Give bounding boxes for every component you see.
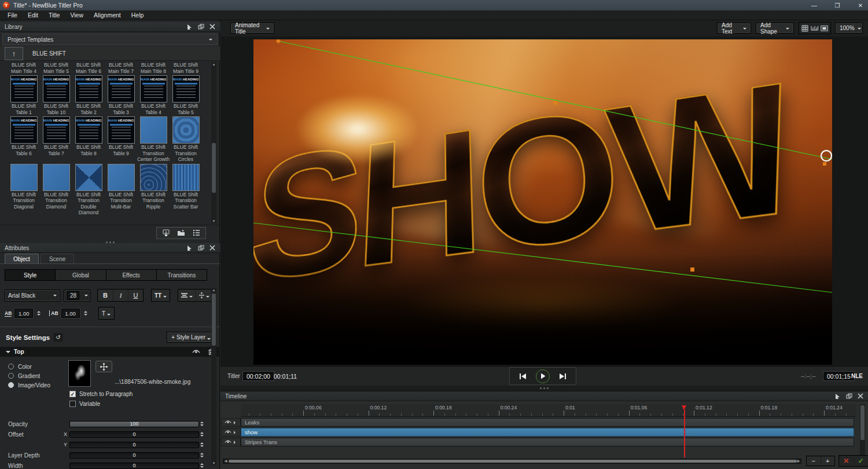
maximize-button[interactable]: ❐ <box>833 2 841 9</box>
close-panel-icon[interactable] <box>209 245 215 251</box>
edge-handle[interactable] <box>690 268 694 272</box>
pointer-icon[interactable] <box>186 245 193 251</box>
menu-view[interactable]: View <box>65 10 89 20</box>
library-collection-dropdown[interactable]: Project Templates <box>2 34 218 45</box>
fill-option-gradient[interactable]: Gradient <box>8 371 50 380</box>
align-button[interactable] <box>178 290 196 301</box>
zoom-dropdown[interactable]: 100% <box>835 23 863 34</box>
scroll-down-icon[interactable]: ▼ <box>211 219 216 223</box>
template-item[interactable]: BLUE Shift Transition Center Growth <box>137 116 170 163</box>
template-item[interactable]: BLUE Shift Transition Diagonal <box>8 164 40 216</box>
reset-icon[interactable]: ↺ <box>53 333 63 342</box>
close-button[interactable]: ✕ <box>856 2 865 9</box>
safe-area-icon[interactable] <box>821 25 828 31</box>
vertical-align-button[interactable] <box>196 290 212 301</box>
param-stepper[interactable] <box>200 463 207 468</box>
out-timecode[interactable]: 00:01;15 <box>823 371 855 381</box>
template-thumbnail[interactable] <box>172 164 200 191</box>
go-to-end-button[interactable] <box>559 373 567 380</box>
subtab-style[interactable]: Style <box>5 270 55 280</box>
image-thumbnail[interactable] <box>68 360 91 387</box>
font-size-dropdown[interactable]: 28 <box>64 290 90 302</box>
param-value-field[interactable]: 0 <box>69 452 199 459</box>
attributes-scrollbar[interactable]: ▲ ▼ <box>211 288 216 466</box>
visibility-eye-icon[interactable] <box>225 439 231 445</box>
template-item[interactable]: MAIN HEADINGBLUE Shift Table 2 <box>72 75 105 115</box>
template-thumbnail[interactable]: MAIN HEADING <box>10 75 38 102</box>
param-stepper[interactable] <box>200 453 207 457</box>
timeline-ruler[interactable]: 0:00.060:00.120:00.180:00.240:010:01.060… <box>241 404 856 417</box>
zoom-in-button[interactable]: + <box>821 456 835 466</box>
template-item[interactable]: BLUE Shift Transition Scatter Bar <box>170 164 202 216</box>
hscroll-thumb[interactable] <box>229 460 797 463</box>
template-item[interactable]: BLUE Shift Transition Diamond <box>40 164 72 216</box>
edge-handle[interactable] <box>553 101 557 105</box>
param-stepper[interactable] <box>200 442 207 447</box>
close-panel-icon[interactable] <box>209 24 215 30</box>
confirm-button[interactable]: ✓ <box>854 456 868 466</box>
template-item[interactable]: BLUE Shift Main Title 7 <box>105 62 137 74</box>
panel-splitter[interactable] <box>220 386 868 390</box>
template-thumbnail[interactable]: MAIN HEADING <box>10 116 38 144</box>
template-thumbnail[interactable]: MAIN HEADING <box>140 75 167 102</box>
template-thumbnail[interactable]: MAIN HEADING <box>108 116 135 144</box>
template-item[interactable]: MAIN HEADINGBLUE Shift Table 3 <box>105 75 137 115</box>
template-item[interactable]: BLUE Shift Main Title 8 <box>137 62 170 74</box>
template-item[interactable]: MAIN HEADINGBLUE Shift Table 7 <box>40 116 72 163</box>
menu-file[interactable]: File <box>2 10 23 20</box>
duplicate-panel-icon[interactable] <box>846 393 852 400</box>
pointer-icon[interactable] <box>186 24 193 30</box>
template-item[interactable]: BLUE Shift Main Title 4 <box>8 62 40 74</box>
param-stepper[interactable] <box>200 432 207 437</box>
template-thumbnail[interactable]: MAIN HEADING <box>172 75 200 102</box>
list-view-icon[interactable] <box>193 229 200 236</box>
italic-button[interactable]: I <box>113 290 128 301</box>
preset-dropdown[interactable]: Animated Title <box>230 23 274 34</box>
play-button[interactable] <box>536 369 550 383</box>
move-image-button[interactable] <box>95 361 112 372</box>
library-scrollbar[interactable]: ▲ ▼ <box>211 62 216 223</box>
rotate-handle[interactable] <box>821 151 832 161</box>
zoom-out-button[interactable]: − <box>807 456 821 466</box>
ruler-icon[interactable] <box>811 25 818 31</box>
pointer-icon[interactable] <box>834 393 841 400</box>
template-thumbnail[interactable] <box>75 164 102 191</box>
text-case-button[interactable]: TT <box>152 290 170 301</box>
checkbox-variable[interactable]: Variable <box>69 399 133 409</box>
font-family-dropdown[interactable]: Arial Black <box>5 290 60 302</box>
template-thumbnail[interactable] <box>10 164 38 191</box>
scroll-up-icon[interactable]: ▲ <box>211 288 216 292</box>
template-item[interactable]: MAIN HEADINGBLUE Shift Table 5 <box>170 75 202 115</box>
template-item[interactable]: BLUE Shift Main Title 6 <box>72 62 105 74</box>
add-text-button[interactable]: Add Text <box>717 23 751 34</box>
kerning-input[interactable]: 1.00 <box>14 309 33 318</box>
visibility-eye-icon[interactable] <box>225 419 231 426</box>
template-thumbnail[interactable]: MAIN HEADING <box>75 116 102 144</box>
template-thumbnail[interactable]: MAIN HEADING <box>75 75 102 102</box>
menu-alignment[interactable]: Alignment <box>89 10 126 20</box>
template-thumbnail[interactable] <box>140 164 167 191</box>
template-item[interactable]: MAIN HEADINGBLUE Shift Table 6 <box>8 116 40 163</box>
subtab-transitions[interactable]: Transitions <box>156 270 207 280</box>
template-item[interactable]: MAIN HEADINGBLUE Shift Table 10 <box>40 75 72 115</box>
layer-top-header[interactable]: Top <box>0 347 220 357</box>
minimize-button[interactable]: — <box>810 2 818 9</box>
add-shape-button[interactable]: Add Shape <box>756 23 794 34</box>
param-value-field[interactable]: 0 <box>69 463 199 469</box>
template-thumbnail[interactable] <box>140 116 167 144</box>
track-clip-stripes-trans[interactable]: Stripes Trans <box>241 438 854 446</box>
param-value-field[interactable]: 0 <box>69 442 199 448</box>
param-slider[interactable]: 100 <box>69 421 199 427</box>
baseline-button[interactable]: T <box>99 307 114 319</box>
scroll-right-icon[interactable]: ▶ <box>796 459 801 463</box>
duplicate-panel-icon[interactable] <box>198 245 204 251</box>
expand-track-icon[interactable] <box>234 421 237 424</box>
expand-track-icon[interactable] <box>234 441 237 444</box>
menu-title[interactable]: Title <box>43 10 65 20</box>
close-panel-icon[interactable] <box>858 393 863 399</box>
template-item[interactable]: BLUE Shift Transition Circles <box>170 116 202 163</box>
corner-handle[interactable] <box>823 162 826 166</box>
param-value-field[interactable]: 0 <box>69 431 199 438</box>
kerning-stepper[interactable] <box>37 311 41 316</box>
subtab-effects[interactable]: Effects <box>106 270 156 280</box>
